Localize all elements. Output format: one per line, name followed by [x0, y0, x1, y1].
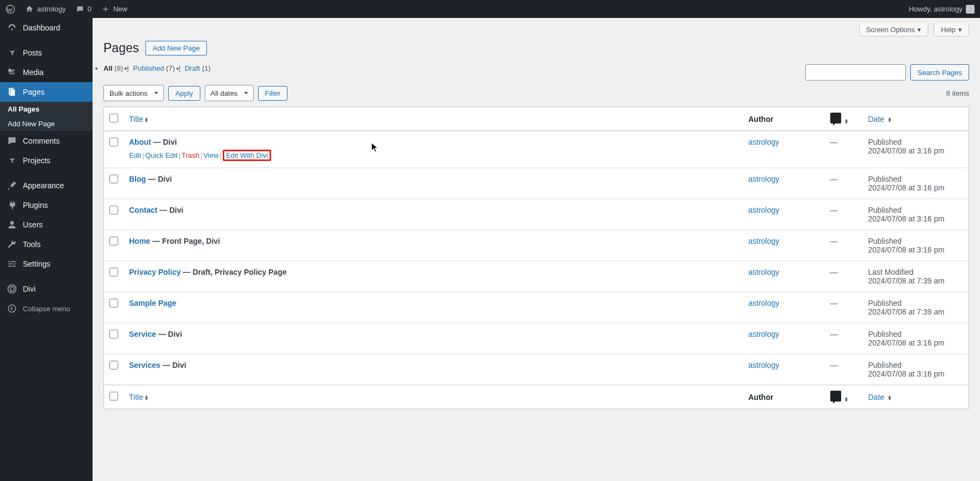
search-input[interactable]: [805, 64, 906, 81]
author-link[interactable]: astrology: [749, 237, 780, 245]
table-row: Service — Diviastrology—Published2024/07…: [104, 323, 969, 354]
row-checkbox[interactable]: [109, 237, 118, 245]
row-actions: Edit|Quick Edit|Trash|View|Edit With Div…: [129, 150, 738, 161]
site-name-link[interactable]: astrology: [25, 5, 66, 14]
row-checkbox[interactable]: [109, 330, 118, 338]
date-status: Published: [868, 206, 964, 214]
author-link[interactable]: astrology: [749, 299, 780, 307]
caret-down-icon: ▾: [958, 26, 962, 34]
sidebar-item-label: Plugins: [23, 201, 48, 209]
page-title-link[interactable]: Services: [129, 361, 161, 369]
quick-edit-link[interactable]: Quick Edit: [145, 151, 177, 159]
select-all-checkbox[interactable]: [109, 114, 118, 122]
sliders-icon: [7, 258, 17, 269]
date-status: Published: [868, 237, 964, 245]
date-value: 2024/07/08 at 3:16 pm: [868, 214, 964, 223]
comment-icon: [7, 135, 17, 146]
date-status: Published: [868, 361, 964, 369]
author-link[interactable]: astrology: [749, 361, 780, 369]
trash-link[interactable]: Trash: [181, 151, 199, 159]
author-link[interactable]: astrology: [749, 138, 780, 146]
sidebar-item-settings[interactable]: Settings: [0, 254, 93, 274]
filter-all[interactable]: All: [103, 64, 113, 72]
howdy-link[interactable]: Howdy, astrology: [909, 5, 975, 14]
dashboard-icon: [7, 22, 17, 33]
sidebar-item-label: Users: [23, 220, 43, 229]
sidebar-sub-add-new-page[interactable]: Add New Page: [0, 116, 93, 131]
sidebar-item-media[interactable]: Media: [0, 63, 93, 82]
view-link[interactable]: View: [204, 151, 219, 159]
page-title-link[interactable]: Sample Page: [129, 299, 176, 307]
col-title-header[interactable]: Title▲▼: [124, 107, 743, 131]
comments-link[interactable]: 0: [76, 5, 91, 14]
row-checkbox[interactable]: [109, 175, 118, 183]
comment-icon: [830, 113, 841, 124]
svg-point-4: [10, 221, 14, 225]
page-title-link[interactable]: About: [129, 138, 151, 146]
sidebar-sub-all-pages[interactable]: All Pages: [0, 102, 93, 116]
sidebar-item-dashboard[interactable]: Dashboard: [0, 18, 93, 38]
sidebar-item-posts[interactable]: Posts: [0, 43, 93, 63]
divi-icon: [7, 283, 17, 294]
comment-count: —: [830, 268, 838, 276]
filter-draft[interactable]: Draft: [185, 64, 200, 72]
col-comments-header[interactable]: ▲▼: [825, 107, 863, 131]
row-checkbox[interactable]: [109, 206, 118, 214]
date-value: 2024/07/08 at 3:16 pm: [868, 369, 964, 378]
col-date-footer[interactable]: Date ▲▼: [863, 385, 969, 409]
post-state: — Front Page, Divi: [150, 237, 220, 245]
sidebar-item-pages[interactable]: Pages: [0, 82, 93, 102]
author-link[interactable]: astrology: [749, 206, 780, 214]
col-title-footer[interactable]: Title▲▼: [124, 385, 743, 409]
author-link[interactable]: astrology: [749, 330, 780, 338]
date-status: Last Modified: [868, 268, 964, 276]
sidebar-item-comments[interactable]: Comments: [0, 131, 93, 151]
page-title-link[interactable]: Blog: [129, 175, 146, 183]
page-title-link[interactable]: Contact: [129, 206, 157, 214]
help-button[interactable]: Help ▾: [934, 23, 969, 36]
filter-button[interactable]: Filter: [258, 86, 288, 101]
row-checkbox[interactable]: [109, 138, 118, 146]
search-button[interactable]: Search Pages: [910, 64, 969, 81]
sidebar-item-plugins[interactable]: Plugins: [0, 195, 93, 215]
author-link[interactable]: astrology: [749, 175, 780, 183]
date-filter-select[interactable]: All dates: [205, 85, 254, 101]
col-comments-footer[interactable]: ▲▼: [825, 385, 863, 409]
site-name: astrology: [37, 5, 66, 13]
page-title-link[interactable]: Privacy Policy: [129, 268, 181, 276]
row-checkbox[interactable]: [109, 361, 118, 369]
table-row: Privacy Policy — Draft, Privacy Policy P…: [104, 261, 969, 292]
bulk-actions-select[interactable]: Bulk actions: [103, 85, 164, 101]
comment-count: —: [830, 237, 838, 245]
plug-icon: [7, 200, 17, 211]
select-all-checkbox-footer[interactable]: [109, 392, 118, 400]
collapse-menu[interactable]: Collapse menu: [0, 299, 93, 318]
status-filter-links: All (8) | Published (7) | Draft (1): [103, 64, 211, 72]
sidebar-item-projects[interactable]: Projects: [0, 151, 93, 170]
page-title-link[interactable]: Service: [129, 330, 156, 338]
edit-link[interactable]: Edit: [129, 151, 141, 159]
filter-published[interactable]: Published: [133, 64, 164, 72]
avatar-icon: [966, 5, 975, 14]
edit-with-divi-link[interactable]: Edit With Divi: [226, 151, 268, 159]
date-status: Published: [868, 138, 964, 146]
pages-icon: [7, 87, 17, 97]
screen-options-button[interactable]: Screen Options ▾: [859, 23, 929, 36]
post-state: — Divi: [156, 330, 182, 338]
sidebar-item-appearance[interactable]: Appearance: [0, 176, 93, 195]
sidebar-item-users[interactable]: Users: [0, 215, 93, 235]
wp-logo[interactable]: [5, 4, 15, 14]
add-new-page-button[interactable]: Add New Page: [145, 41, 207, 55]
apply-button[interactable]: Apply: [168, 86, 200, 101]
sidebar-item-divi[interactable]: Divi: [0, 279, 93, 299]
page-title-link[interactable]: Home: [129, 237, 150, 245]
author-link[interactable]: astrology: [749, 268, 780, 276]
new-content-link[interactable]: New: [101, 5, 127, 14]
sidebar-item-label: Projects: [23, 156, 51, 165]
col-date-header[interactable]: Date ▲▼: [863, 107, 969, 131]
row-checkbox[interactable]: [109, 299, 118, 307]
sidebar-item-tools[interactable]: Tools: [0, 235, 93, 254]
date-status: Published: [868, 330, 964, 338]
comment-count: —: [830, 330, 838, 338]
row-checkbox[interactable]: [109, 268, 118, 276]
